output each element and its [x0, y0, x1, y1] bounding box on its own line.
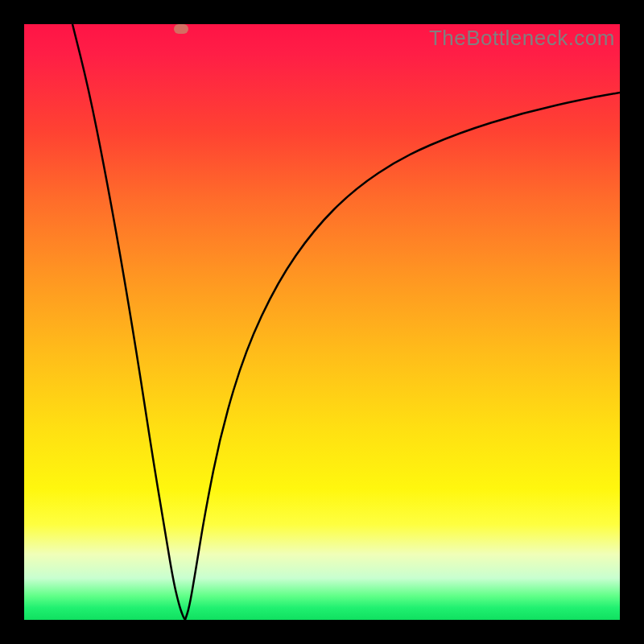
watermark-text: TheBottleneck.com — [429, 26, 615, 51]
plot-area: TheBottleneck.com — [24, 24, 620, 620]
optimum-marker — [174, 24, 188, 34]
bottleneck-curve — [24, 24, 620, 620]
curve-right — [185, 93, 620, 620]
curve-left — [72, 24, 185, 620]
chart-frame: TheBottleneck.com — [0, 0, 644, 644]
